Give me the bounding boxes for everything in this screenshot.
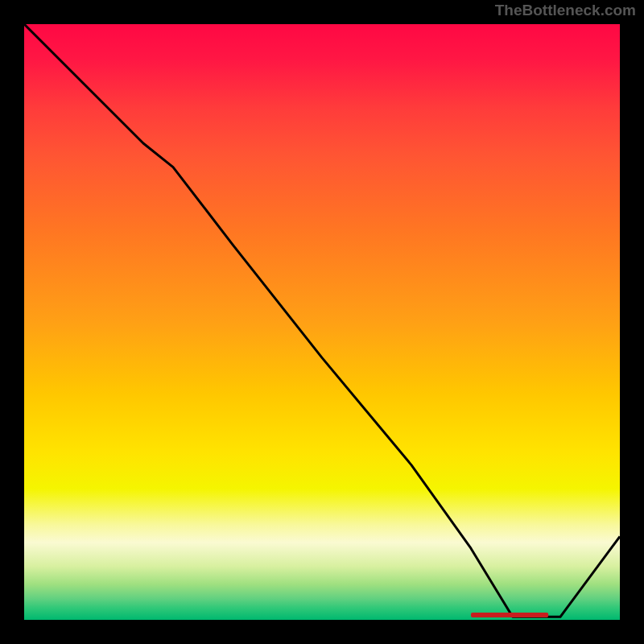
attribution-text: TheBottleneck.com bbox=[495, 2, 636, 19]
chart-plot-area bbox=[24, 24, 620, 620]
bottleneck-curve-path bbox=[24, 24, 620, 617]
optimal-range-bar bbox=[471, 613, 548, 617]
bottleneck-curve-svg bbox=[24, 24, 620, 620]
